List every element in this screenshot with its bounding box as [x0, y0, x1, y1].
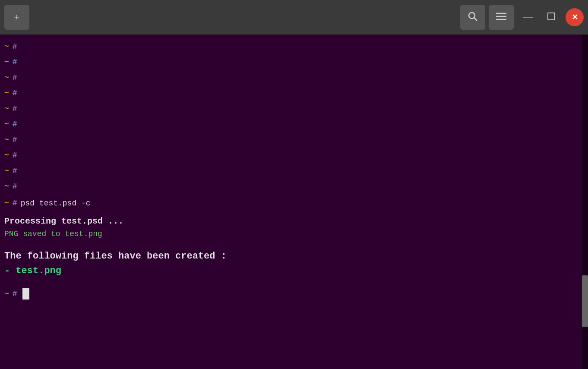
hash-symbol: # [13, 167, 17, 175]
vim-line-2: ~ # [0, 54, 584, 70]
final-tilde: ~ [4, 290, 9, 298]
tilde-symbol: ~ [4, 73, 9, 82]
svg-rect-5 [548, 13, 555, 20]
titlebar-left: + [4, 5, 29, 30]
search-button[interactable] [460, 5, 485, 30]
file-item-line: - test.png [4, 263, 584, 278]
svg-point-0 [469, 13, 475, 19]
vim-line-10: ~ # [0, 179, 584, 194]
vim-line-6: ~ # [0, 117, 584, 132]
command-text: psd test.psd -c [21, 199, 91, 208]
vim-line-7: ~ # [0, 132, 584, 148]
hash-symbol: # [13, 58, 17, 66]
titlebar-right: — ✕ [460, 5, 584, 30]
terminal-window[interactable]: ~ # ~ # ~ # ~ # ~ # ~ # ~ # ~ # [0, 35, 588, 369]
final-hash: # [13, 290, 17, 298]
hash-symbol: # [13, 151, 17, 160]
close-button[interactable]: ✕ [566, 8, 584, 26]
tilde-symbol: ~ [4, 104, 9, 113]
tilde-symbol: ~ [4, 42, 9, 51]
tilde-symbol: ~ [4, 120, 9, 129]
svg-line-1 [474, 18, 477, 21]
tilde-symbol: ~ [4, 182, 9, 191]
scrollbar-thumb[interactable] [582, 275, 588, 327]
created-text: The following files have been created : [4, 249, 584, 263]
vim-line-8: ~ # [0, 148, 584, 163]
hash-symbol: # [13, 120, 17, 129]
prompt-tilde: ~ [4, 199, 9, 208]
minimize-button[interactable]: — [519, 8, 537, 26]
hash-symbol: # [13, 89, 17, 98]
processing-text: Processing test.psd ... [4, 215, 584, 228]
scrollbar[interactable] [582, 35, 588, 369]
hash-symbol: # [13, 104, 17, 113]
png-saved-text: PNG saved to test.png [4, 228, 584, 240]
maximize-button[interactable] [542, 8, 560, 26]
hash-symbol: # [13, 42, 17, 51]
hash-symbol: # [13, 182, 17, 191]
menu-button[interactable] [489, 5, 514, 30]
vim-line-4: ~ # [0, 85, 584, 101]
maximize-icon [547, 12, 556, 23]
titlebar: + — [0, 0, 588, 35]
vim-line-1: ~ # [0, 39, 584, 54]
final-prompt-line: ~ # [0, 284, 584, 303]
tilde-symbol: ~ [4, 89, 9, 98]
tilde-symbol: ~ [4, 136, 9, 144]
vim-line-9: ~ # [0, 163, 584, 179]
output-block: Processing test.psd ... PNG saved to tes… [0, 215, 584, 240]
search-icon [468, 11, 478, 24]
close-icon: ✕ [572, 13, 578, 22]
new-tab-icon: + [14, 12, 20, 23]
minimize-icon: — [523, 12, 533, 23]
tilde-symbol: ~ [4, 167, 9, 175]
hash-symbol: # [13, 136, 17, 144]
new-tab-button[interactable]: + [4, 5, 29, 30]
tilde-symbol: ~ [4, 58, 9, 66]
tilde-symbol: ~ [4, 151, 9, 160]
terminal-content: ~ # ~ # ~ # ~ # ~ # ~ # ~ # ~ # [0, 39, 588, 365]
prompt-hash: # [13, 199, 17, 208]
hash-symbol: # [13, 73, 17, 82]
terminal-cursor [22, 288, 29, 300]
created-files-block: The following files have been created : … [0, 249, 584, 278]
command-prompt-line: ~ # psd test.psd -c [0, 194, 584, 212]
hamburger-icon [496, 13, 506, 22]
vim-line-3: ~ # [0, 70, 584, 85]
vim-line-5: ~ # [0, 101, 584, 117]
file-item-text: - test.png [4, 265, 61, 276]
